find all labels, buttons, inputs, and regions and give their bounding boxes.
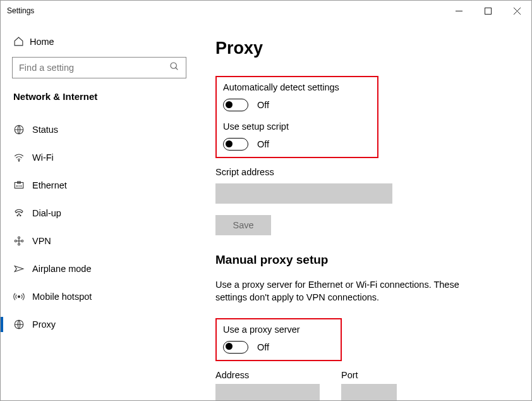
sidebar-item-label: Mobile hotspot <box>32 292 92 302</box>
ethernet-icon <box>13 180 32 191</box>
sidebar-item-airplane[interactable]: Airplane mode <box>1 255 198 283</box>
page-title: Proxy <box>215 39 514 58</box>
sidebar-item-wifi[interactable]: Wi-Fi <box>1 144 198 171</box>
svg-point-17 <box>15 240 16 242</box>
sidebar-item-label: Ethernet <box>32 180 67 190</box>
svg-point-7 <box>18 161 20 162</box>
auto-detect-label: Automatically detect settings <box>223 82 339 92</box>
sidebar-item-label: Wi-Fi <box>32 152 54 163</box>
home-label: Home <box>30 37 54 47</box>
home-link[interactable]: Home <box>1 26 198 57</box>
svg-rect-1 <box>485 8 491 14</box>
manual-setup-header: Manual proxy setup <box>215 253 514 267</box>
window-controls <box>444 1 531 21</box>
svg-point-4 <box>171 63 176 68</box>
search-icon <box>169 61 179 74</box>
sidebar-item-proxy[interactable]: Proxy <box>1 311 198 338</box>
address-label: Address <box>215 370 327 380</box>
vpn-icon <box>13 235 32 247</box>
auto-detect-toggle[interactable] <box>223 99 248 111</box>
content-area: Proxy Automatically detect settings Off … <box>198 21 531 401</box>
sidebar-item-label: Airplane mode <box>32 264 92 274</box>
search-input[interactable] <box>19 63 169 73</box>
home-icon <box>13 36 30 47</box>
sidebar-item-vpn[interactable]: VPN <box>1 227 198 255</box>
svg-point-16 <box>18 214 20 215</box>
svg-point-19 <box>18 237 20 238</box>
window-title: Settings <box>7 6 34 15</box>
svg-point-18 <box>21 240 23 242</box>
minimize-button[interactable] <box>444 1 473 21</box>
setup-script-state: Off <box>257 139 269 149</box>
airplane-icon <box>13 263 32 275</box>
port-input <box>341 384 397 401</box>
search-box[interactable] <box>12 57 186 78</box>
sidebar-item-ethernet[interactable]: Ethernet <box>1 171 198 199</box>
sidebar-item-label: VPN <box>32 236 51 246</box>
setup-script-toggle[interactable] <box>223 138 248 151</box>
svg-point-15 <box>20 215 21 216</box>
svg-point-23 <box>18 296 20 298</box>
hotspot-icon <box>13 291 32 302</box>
close-button[interactable] <box>502 1 531 21</box>
svg-line-5 <box>176 68 178 70</box>
save-button: Save <box>215 215 271 235</box>
auto-detect-state: Off <box>257 100 269 110</box>
setup-script-label: Use setup script <box>223 121 339 132</box>
proxy-icon <box>13 319 32 330</box>
use-proxy-toggle[interactable] <box>223 341 248 354</box>
sidebar-item-label: Dial-up <box>32 208 61 218</box>
use-proxy-label: Use a proxy server <box>223 324 322 335</box>
wifi-icon <box>13 152 32 163</box>
status-icon <box>13 124 32 135</box>
sidebar-item-dialup[interactable]: Dial-up <box>1 199 198 227</box>
port-label: Port <box>341 370 397 380</box>
maximize-button[interactable] <box>473 1 502 21</box>
highlight-use-proxy: Use a proxy server Off <box>215 318 342 361</box>
script-address-label: Script address <box>215 167 514 177</box>
sidebar-item-hotspot[interactable]: Mobile hotspot <box>1 283 198 311</box>
highlight-auto-settings: Automatically detect settings Off Use se… <box>215 76 378 158</box>
sidebar-item-label: Status <box>32 125 58 135</box>
sidebar: Home Network & Internet Status Wi-Fi <box>1 21 198 401</box>
script-address-input <box>215 183 392 204</box>
address-input <box>215 384 320 401</box>
manual-setup-description: Use a proxy server for Ethernet or Wi-Fi… <box>215 278 487 304</box>
titlebar: Settings <box>1 1 531 21</box>
sidebar-section-header: Network & Internet <box>1 91 198 116</box>
dialup-icon <box>13 207 32 219</box>
use-proxy-state: Off <box>257 342 269 352</box>
sidebar-item-label: Proxy <box>32 319 56 330</box>
sidebar-item-status[interactable]: Status <box>1 116 198 144</box>
svg-point-14 <box>17 215 18 216</box>
svg-point-20 <box>18 244 20 245</box>
